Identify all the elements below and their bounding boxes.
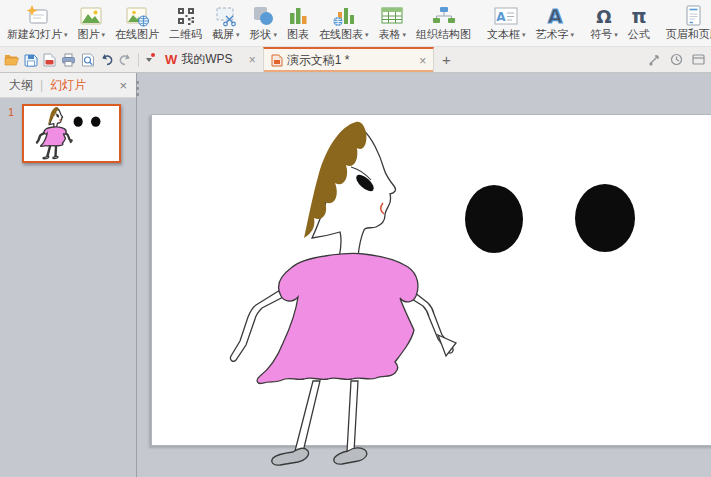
insert-ribbon: 新建幻灯片▾ 图片▾ 在线图片 bbox=[0, 0, 711, 47]
tab-outline[interactable]: 大纲 bbox=[9, 77, 33, 94]
shapes-icon bbox=[251, 3, 275, 28]
window-layout-icon[interactable] bbox=[692, 53, 705, 66]
export-pdf-button[interactable] bbox=[41, 51, 58, 69]
tab-label: 演示文稿1 * bbox=[287, 52, 350, 69]
redo-icon bbox=[118, 53, 133, 66]
close-tab-icon[interactable]: × bbox=[419, 54, 426, 68]
chevron-down-icon: ▾ bbox=[365, 28, 369, 41]
print-button[interactable] bbox=[60, 51, 77, 69]
formula-button[interactable]: π 公式 bbox=[623, 0, 655, 46]
slide-canvas[interactable] bbox=[137, 73, 711, 477]
slide-1-thumbnail[interactable] bbox=[22, 104, 121, 163]
chevron-down-icon: ▾ bbox=[571, 28, 575, 41]
header-footer-button[interactable]: 页眉和页脚 bbox=[661, 0, 711, 46]
save-icon bbox=[24, 53, 38, 67]
online-chart-button[interactable]: 在线图表▾ bbox=[314, 0, 374, 46]
chevron-down-icon: ▾ bbox=[236, 28, 240, 41]
chart-icon bbox=[287, 3, 309, 28]
slide-panel-header: 大纲 | 幻灯片 × bbox=[0, 73, 136, 98]
qrcode-button[interactable]: 二维码 bbox=[164, 0, 207, 46]
slide-drawing[interactable] bbox=[152, 115, 711, 477]
undo-button[interactable] bbox=[98, 51, 115, 69]
folder-open-icon bbox=[4, 53, 19, 66]
panel-splitter-handle[interactable] bbox=[136, 81, 139, 96]
symbol-omega-icon: Ω bbox=[593, 3, 615, 28]
printer-icon bbox=[61, 53, 76, 67]
table-icon bbox=[380, 3, 404, 28]
tab-bar-spacer bbox=[458, 47, 648, 72]
org-chart-icon bbox=[431, 3, 457, 28]
slide-number-label: 1 bbox=[0, 104, 22, 163]
header-footer-icon bbox=[682, 3, 704, 28]
screenshot-button[interactable]: 截屏▾ bbox=[207, 0, 245, 46]
svg-text:A: A bbox=[497, 9, 507, 23]
svg-text:Ω: Ω bbox=[596, 6, 611, 27]
online-picture-icon bbox=[125, 3, 150, 28]
chevron-down-icon: ▾ bbox=[102, 28, 106, 41]
feedback-icon[interactable] bbox=[648, 53, 661, 66]
print-preview-button[interactable] bbox=[79, 51, 96, 69]
new-slide-button[interactable]: 新建幻灯片▾ bbox=[2, 0, 73, 46]
chevron-down-icon: ▾ bbox=[403, 28, 407, 41]
textbox-icon: A bbox=[493, 3, 519, 28]
wordart-icon: A bbox=[544, 3, 566, 28]
new-tab-button[interactable]: + bbox=[434, 47, 458, 72]
tab-label: 我的WPS bbox=[181, 51, 232, 68]
slide-editing-area[interactable] bbox=[151, 114, 711, 446]
tab-my-wps[interactable]: W 我的WPS × bbox=[158, 47, 263, 72]
print-preview-icon bbox=[81, 53, 95, 67]
qrcode-icon bbox=[175, 3, 197, 28]
pdf-icon bbox=[43, 53, 56, 67]
table-button[interactable]: 表格▾ bbox=[374, 0, 412, 46]
presentation-file-icon bbox=[271, 54, 283, 67]
close-panel-icon[interactable]: × bbox=[119, 78, 127, 93]
open-file-button[interactable] bbox=[3, 51, 20, 69]
chevron-down-icon bbox=[146, 58, 152, 62]
undo-icon bbox=[99, 53, 114, 66]
tab-slides[interactable]: 幻灯片 bbox=[50, 77, 86, 94]
quick-access-toolbar bbox=[0, 47, 158, 72]
textbox-button[interactable]: A 文本框▾ bbox=[482, 0, 531, 46]
close-tab-icon[interactable]: × bbox=[249, 53, 256, 67]
screenshot-icon bbox=[214, 3, 238, 28]
chevron-down-icon: ▾ bbox=[614, 28, 618, 41]
toolbar-separator bbox=[138, 53, 139, 67]
new-slide-label: 新建幻灯片 bbox=[7, 28, 62, 41]
notification-dot bbox=[151, 53, 155, 57]
slide-thumbnail-list: 1 bbox=[0, 98, 136, 477]
tab-presentation1[interactable]: 演示文稿1 * × bbox=[263, 47, 435, 72]
wps-logo: W bbox=[165, 52, 177, 67]
wordart-button[interactable]: A 艺术字▾ bbox=[531, 0, 580, 46]
formula-pi-icon: π bbox=[628, 3, 650, 28]
save-button[interactable] bbox=[22, 51, 39, 69]
slide-thumbnail-row: 1 bbox=[0, 104, 136, 163]
chevron-down-icon: ▾ bbox=[64, 28, 68, 41]
chart-button[interactable]: 图表 bbox=[282, 0, 314, 46]
svg-text:π: π bbox=[631, 5, 646, 27]
symbol-button[interactable]: Ω 符号▾ bbox=[585, 0, 623, 46]
org-chart-button[interactable]: 组织结构图 bbox=[411, 0, 476, 46]
new-slide-icon bbox=[24, 3, 50, 28]
slide-panel: 大纲 | 幻灯片 × 1 bbox=[0, 73, 137, 477]
chevron-down-icon: ▾ bbox=[274, 28, 278, 41]
tab-bar-right-tools bbox=[648, 47, 711, 72]
picture-button[interactable]: 图片▾ bbox=[73, 0, 111, 46]
panel-tab-separator: | bbox=[40, 78, 43, 92]
wps-presentation-window: 新建幻灯片▾ 图片▾ 在线图片 bbox=[0, 0, 711, 477]
online-chart-icon bbox=[332, 3, 356, 28]
document-tab-bar: W 我的WPS × 演示文稿1 * × + bbox=[0, 47, 711, 73]
shapes-button[interactable]: 形状▾ bbox=[245, 0, 283, 46]
workspace: 大纲 | 幻灯片 × 1 bbox=[0, 73, 711, 477]
picture-icon bbox=[79, 3, 103, 28]
history-icon[interactable] bbox=[670, 53, 683, 66]
chevron-down-icon: ▾ bbox=[522, 28, 526, 41]
redo-button[interactable] bbox=[117, 51, 134, 69]
svg-text:A: A bbox=[548, 5, 563, 27]
customize-quick-access-button[interactable] bbox=[142, 51, 156, 69]
online-picture-button[interactable]: 在线图片 bbox=[110, 0, 164, 46]
